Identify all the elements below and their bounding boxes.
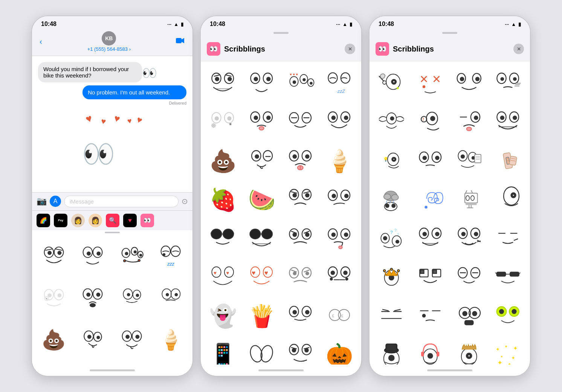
svg-point-309 [499, 310, 504, 314]
sticker-item[interactable] [74, 238, 112, 275]
sticker-grin-big[interactable] [204, 64, 242, 102]
sticker-tongue-out[interactable] [281, 142, 319, 180]
message-input[interactable]: iMessage [64, 196, 179, 207]
panel-scroll-3[interactable]: ! [370, 61, 530, 365]
sticker-face-hair[interactable] [450, 336, 488, 365]
sticker-popsicle[interactable]: 🍦 [152, 321, 190, 359]
sticker-poop[interactable]: 💩 [35, 321, 73, 359]
sticker-stern[interactable] [373, 297, 411, 335]
heart-app[interactable]: ♥ [123, 214, 137, 227]
sticker-angry[interactable] [281, 219, 319, 257]
sticker-tv[interactable] [450, 181, 488, 219]
memoji-1[interactable]: 👩 [71, 214, 85, 227]
sticker-fries[interactable]: 🍟 [243, 297, 281, 335]
sticker-crown[interactable] [373, 258, 411, 296]
sticker-hat[interactable] [373, 336, 411, 365]
sticker-zap[interactable] [281, 336, 319, 365]
sticker-phone[interactable]: 📱 [204, 336, 242, 365]
svg-point-165 [249, 344, 264, 363]
sticker-tongue-face[interactable] [450, 103, 488, 141]
sticker-pumpkin[interactable]: 🎃 [320, 336, 358, 365]
sticker-hearts-top[interactable]: ♥ ♥ ♥ [281, 64, 319, 102]
sticker-pound[interactable]: £ £ [320, 297, 358, 335]
sticker-sunglasses[interactable] [204, 219, 242, 257]
sticker-spatula[interactable] [373, 64, 411, 102]
sticker-wink[interactable] [243, 142, 281, 180]
sticker-tongue[interactable] [243, 103, 281, 141]
panel-close-button-3[interactable]: ✕ [513, 44, 524, 54]
sticker-item[interactable]: zzz [152, 238, 190, 275]
sticker-hearts-eyes[interactable]: ♥ ♥ [204, 258, 242, 296]
sticker-box-eyes[interactable] [411, 258, 449, 296]
sticker-on-message: 👀 [142, 66, 157, 80]
sticker-headphones[interactable] [411, 336, 449, 365]
back-button[interactable]: ‹ [40, 37, 42, 46]
sticker-tongue-side[interactable] [320, 219, 358, 257]
sticker-reading[interactable] [450, 142, 488, 180]
sticker-ghost[interactable]: 👻 [204, 297, 242, 335]
sticker-item[interactable] [35, 238, 73, 275]
sticker-lightbulb[interactable]: 💡 [373, 142, 411, 180]
sticker-cool[interactable] [281, 297, 319, 335]
camera-icon[interactable]: 📷 [37, 196, 47, 206]
sticker-oval[interactable] [243, 336, 281, 365]
svg-point-134 [339, 246, 342, 249]
sticker-sunglasses-narrow[interactable] [489, 258, 527, 296]
sticker-devil[interactable] [281, 258, 319, 296]
audio-button[interactable]: ⊙ [182, 197, 188, 206]
sticker-silly[interactable] [411, 219, 449, 257]
sticker-wide-grin[interactable] [320, 103, 358, 141]
sticker-heart-eyes-2[interactable]: ♥ ♥ [243, 258, 281, 296]
sticker-side-face[interactable] [489, 181, 527, 219]
sticker-wide-face[interactable] [450, 64, 488, 102]
svg-point-64 [293, 81, 296, 84]
sticker-item[interactable] [152, 280, 190, 317]
apple-pay-app[interactable]: Pay [54, 214, 67, 227]
sticker-simple-eyes[interactable] [243, 64, 281, 102]
sticker-wings[interactable] [373, 103, 411, 141]
sticker-flower[interactable] [204, 103, 242, 141]
sticker-sunglasses-grin[interactable] [243, 219, 281, 257]
sticker-strawberry[interactable]: 🍓 [204, 181, 242, 219]
sticker-xx-eyes[interactable] [411, 64, 449, 102]
panel-close-button-2[interactable]: ✕ [345, 44, 355, 54]
sticker-lazy[interactable] [411, 142, 449, 180]
sticker-watermelon[interactable]: 🍉 [243, 181, 281, 219]
sticker-item[interactable] [74, 280, 112, 317]
sticker-poop-2[interactable]: 💩 [204, 142, 242, 180]
sticker-squinting[interactable] [281, 103, 319, 141]
sticker-bandaid[interactable] [489, 142, 527, 180]
sticker-sleepy[interactable]: ·zzZ [320, 64, 358, 102]
sticker-sparkles[interactable]: ✦ ✦ ✦ ✦ ✦ ✦ ✦ [489, 336, 527, 365]
sticker-grumpy[interactable] [281, 181, 319, 219]
sticker-item[interactable] [113, 321, 151, 359]
sticker-popsicle-2[interactable]: 🍦 [320, 142, 358, 180]
sticker-item[interactable] [113, 238, 151, 275]
sticker-round-face[interactable] [450, 297, 488, 335]
sticker-question[interactable]: ? ? ? [373, 219, 411, 257]
search-app[interactable]: 🔍 [106, 214, 119, 227]
contact-info[interactable]: KB +1 (555) 564-8583 › [87, 31, 131, 52]
sticker-face-cool[interactable] [450, 258, 488, 296]
panel-header-2: 👀 Scribblings ✕ [201, 37, 361, 61]
sticker-spiral[interactable] [411, 181, 449, 219]
scribblings-app[interactable]: 👀 [140, 214, 154, 227]
panel-scroll-2[interactable]: ♥ ♥ ♥ ·zzZ [201, 61, 361, 365]
memoji-2[interactable]: 👩 [89, 214, 102, 227]
sticker-item[interactable] [113, 280, 151, 317]
photos-app[interactable]: 🌈 [37, 214, 50, 227]
video-call-button[interactable] [176, 37, 185, 46]
sticker-tennis[interactable] [489, 297, 527, 335]
sticker-item[interactable] [74, 321, 112, 359]
sticker-exclaim[interactable]: ! [411, 103, 449, 141]
sticker-rain[interactable] [373, 181, 411, 219]
sticker-grin-face[interactable] [489, 103, 527, 141]
sticker-annoyed[interactable] [320, 181, 358, 219]
app-store-button[interactable]: A [50, 196, 61, 207]
sticker-item[interactable] [35, 280, 73, 317]
sticker-dot-eyes-2[interactable] [411, 297, 449, 335]
sticker-grin3[interactable] [450, 219, 488, 257]
sticker-hmm[interactable] [489, 64, 527, 102]
sticker-squint[interactable] [489, 219, 527, 257]
sticker-dot-dot[interactable] [320, 258, 358, 296]
